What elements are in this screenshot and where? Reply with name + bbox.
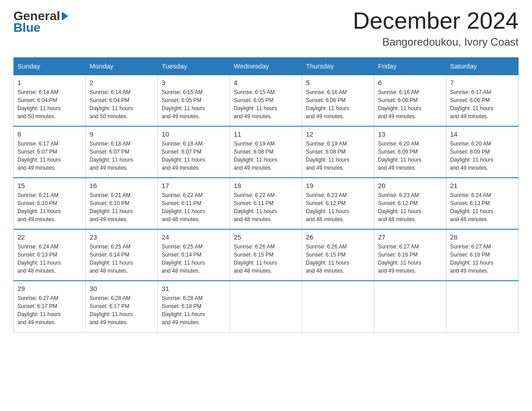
- calendar-cell: 14 Sunrise: 6:20 AM Sunset: 6:09 PM Dayl…: [446, 126, 519, 178]
- calendar-cell: 5 Sunrise: 6:16 AM Sunset: 6:06 PM Dayli…: [302, 75, 374, 126]
- calendar-cell: 25 Sunrise: 6:26 AM Sunset: 6:15 PM Dayl…: [230, 229, 302, 281]
- day-info: Sunrise: 6:18 AM Sunset: 6:07 PM Dayligh…: [162, 140, 226, 172]
- day-number: 21: [450, 182, 515, 189]
- day-info: Sunrise: 6:15 AM Sunset: 6:05 PM Dayligh…: [162, 88, 226, 120]
- day-number: 9: [90, 130, 154, 138]
- header-sunday: Sunday: [14, 58, 86, 75]
- calendar-cell: 9 Sunrise: 6:18 AM Sunset: 6:07 PM Dayli…: [86, 126, 158, 178]
- calendar-cell: 18 Sunrise: 6:22 AM Sunset: 6:11 PM Dayl…: [230, 178, 302, 229]
- day-number: 26: [306, 233, 370, 241]
- header-thursday: Thursday: [302, 58, 374, 75]
- day-info: Sunrise: 6:18 AM Sunset: 6:07 PM Dayligh…: [90, 140, 154, 172]
- calendar-cell: 11 Sunrise: 6:19 AM Sunset: 6:08 PM Dayl…: [230, 126, 302, 178]
- day-info: Sunrise: 6:14 AM Sunset: 6:04 PM Dayligh…: [90, 88, 154, 120]
- day-info: Sunrise: 6:20 AM Sunset: 6:09 PM Dayligh…: [450, 140, 515, 172]
- day-number: 18: [234, 182, 298, 189]
- day-info: Sunrise: 6:28 AM Sunset: 6:17 PM Dayligh…: [90, 294, 154, 326]
- calendar-cell: 7 Sunrise: 6:17 AM Sunset: 6:06 PM Dayli…: [446, 75, 519, 126]
- location: Bangoredoukou, Ivory Coast: [353, 36, 519, 48]
- day-number: 31: [162, 285, 226, 292]
- day-number: 28: [450, 233, 515, 241]
- calendar-cell: [374, 281, 446, 332]
- day-info: Sunrise: 6:16 AM Sunset: 6:06 PM Dayligh…: [378, 88, 442, 120]
- day-info: Sunrise: 6:20 AM Sunset: 6:09 PM Dayligh…: [378, 140, 442, 172]
- day-number: 19: [306, 182, 370, 189]
- header-saturday: Saturday: [446, 58, 519, 75]
- calendar-cell: 26 Sunrise: 6:26 AM Sunset: 6:15 PM Dayl…: [302, 229, 374, 281]
- header-tuesday: Tuesday: [158, 58, 230, 75]
- calendar-cell: 8 Sunrise: 6:17 AM Sunset: 6:07 PM Dayli…: [14, 126, 86, 178]
- logo-arrow-icon: [62, 12, 68, 21]
- month-title: December 2024: [353, 9, 519, 32]
- day-number: 7: [450, 79, 515, 86]
- calendar-cell: 27 Sunrise: 6:27 AM Sunset: 6:16 PM Dayl…: [374, 229, 446, 281]
- calendar-cell: 1 Sunrise: 6:14 AM Sunset: 6:04 PM Dayli…: [14, 75, 86, 126]
- day-info: Sunrise: 6:24 AM Sunset: 6:13 PM Dayligh…: [17, 243, 82, 275]
- day-info: Sunrise: 6:17 AM Sunset: 6:07 PM Dayligh…: [17, 140, 82, 172]
- calendar-cell: [302, 281, 374, 332]
- calendar-week-4: 22 Sunrise: 6:24 AM Sunset: 6:13 PM Dayl…: [14, 229, 519, 281]
- calendar-cell: 31 Sunrise: 6:28 AM Sunset: 6:18 PM Dayl…: [158, 281, 230, 332]
- day-info: Sunrise: 6:22 AM Sunset: 6:11 PM Dayligh…: [234, 191, 298, 223]
- calendar-cell: 13 Sunrise: 6:20 AM Sunset: 6:09 PM Dayl…: [374, 126, 446, 178]
- day-info: Sunrise: 6:25 AM Sunset: 6:14 PM Dayligh…: [90, 243, 154, 275]
- day-info: Sunrise: 6:14 AM Sunset: 6:04 PM Dayligh…: [17, 88, 82, 120]
- calendar-cell: 24 Sunrise: 6:25 AM Sunset: 6:14 PM Dayl…: [158, 229, 230, 281]
- day-number: 3: [162, 79, 226, 86]
- calendar-cell: 19 Sunrise: 6:23 AM Sunset: 6:12 PM Dayl…: [302, 178, 374, 229]
- calendar-table: SundayMondayTuesdayWednesdayThursdayFrid…: [13, 57, 519, 333]
- calendar-cell: 15 Sunrise: 6:21 AM Sunset: 6:10 PM Dayl…: [14, 178, 86, 229]
- day-number: 2: [90, 79, 154, 86]
- day-number: 29: [17, 285, 82, 292]
- day-number: 12: [306, 130, 370, 138]
- day-info: Sunrise: 6:21 AM Sunset: 6:10 PM Dayligh…: [90, 191, 154, 223]
- calendar-cell: 28 Sunrise: 6:27 AM Sunset: 6:16 PM Dayl…: [446, 229, 519, 281]
- day-info: Sunrise: 6:17 AM Sunset: 6:06 PM Dayligh…: [450, 88, 515, 120]
- title-section: December 2024 Bangoredoukou, Ivory Coast: [353, 9, 519, 48]
- day-info: Sunrise: 6:23 AM Sunset: 6:12 PM Dayligh…: [306, 191, 370, 223]
- day-number: 16: [90, 182, 154, 189]
- day-number: 11: [234, 130, 298, 138]
- calendar-cell: 10 Sunrise: 6:18 AM Sunset: 6:07 PM Dayl…: [158, 126, 230, 178]
- calendar-cell: 6 Sunrise: 6:16 AM Sunset: 6:06 PM Dayli…: [374, 75, 446, 126]
- calendar-cell: 17 Sunrise: 6:22 AM Sunset: 6:11 PM Dayl…: [158, 178, 230, 229]
- day-number: 8: [17, 130, 82, 138]
- day-info: Sunrise: 6:21 AM Sunset: 6:10 PM Dayligh…: [17, 191, 82, 223]
- day-info: Sunrise: 6:26 AM Sunset: 6:15 PM Dayligh…: [306, 243, 370, 275]
- day-number: 13: [378, 130, 442, 138]
- day-info: Sunrise: 6:22 AM Sunset: 6:11 PM Dayligh…: [162, 191, 226, 223]
- day-number: 25: [234, 233, 298, 241]
- day-number: 23: [90, 233, 154, 241]
- logo-blue-text: Blue: [13, 21, 41, 35]
- header-friday: Friday: [374, 58, 446, 75]
- header-monday: Monday: [86, 58, 158, 75]
- day-info: Sunrise: 6:19 AM Sunset: 6:08 PM Dayligh…: [234, 140, 298, 172]
- day-info: Sunrise: 6:16 AM Sunset: 6:06 PM Dayligh…: [306, 88, 370, 120]
- day-number: 1: [17, 79, 82, 86]
- day-info: Sunrise: 6:26 AM Sunset: 6:15 PM Dayligh…: [234, 243, 298, 275]
- day-number: 6: [378, 79, 442, 86]
- day-info: Sunrise: 6:24 AM Sunset: 6:13 PM Dayligh…: [450, 191, 515, 223]
- day-info: Sunrise: 6:19 AM Sunset: 6:08 PM Dayligh…: [306, 140, 370, 172]
- page-header: General Blue December 2024 Bangoredoukou…: [13, 9, 519, 48]
- calendar-cell: 30 Sunrise: 6:28 AM Sunset: 6:17 PM Dayl…: [86, 281, 158, 332]
- calendar-cell: 3 Sunrise: 6:15 AM Sunset: 6:05 PM Dayli…: [158, 75, 230, 126]
- day-info: Sunrise: 6:27 AM Sunset: 6:16 PM Dayligh…: [450, 243, 515, 275]
- calendar-week-5: 29 Sunrise: 6:27 AM Sunset: 6:17 PM Dayl…: [14, 281, 519, 332]
- calendar-cell: [446, 281, 519, 332]
- day-number: 24: [162, 233, 226, 241]
- header-wednesday: Wednesday: [230, 58, 302, 75]
- day-info: Sunrise: 6:28 AM Sunset: 6:18 PM Dayligh…: [162, 294, 226, 326]
- calendar-week-1: 1 Sunrise: 6:14 AM Sunset: 6:04 PM Dayli…: [14, 75, 519, 126]
- day-number: 10: [162, 130, 226, 138]
- calendar-cell: 12 Sunrise: 6:19 AM Sunset: 6:08 PM Dayl…: [302, 126, 374, 178]
- day-number: 20: [378, 182, 442, 189]
- day-number: 17: [162, 182, 226, 189]
- calendar-cell: 2 Sunrise: 6:14 AM Sunset: 6:04 PM Dayli…: [86, 75, 158, 126]
- day-number: 22: [17, 233, 82, 241]
- calendar-cell: 20 Sunrise: 6:23 AM Sunset: 6:12 PM Dayl…: [374, 178, 446, 229]
- calendar-cell: 23 Sunrise: 6:25 AM Sunset: 6:14 PM Dayl…: [86, 229, 158, 281]
- calendar-cell: 29 Sunrise: 6:27 AM Sunset: 6:17 PM Dayl…: [14, 281, 86, 332]
- day-number: 30: [90, 285, 154, 292]
- day-info: Sunrise: 6:27 AM Sunset: 6:16 PM Dayligh…: [378, 243, 442, 275]
